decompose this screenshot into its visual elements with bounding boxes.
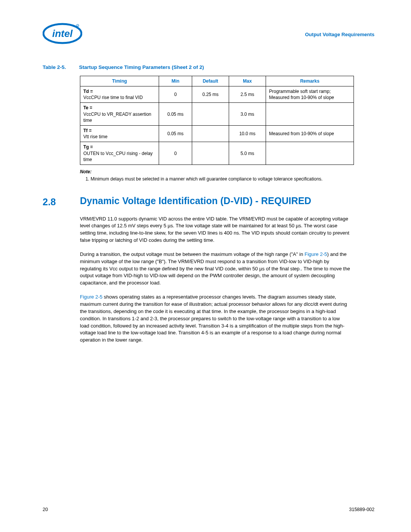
cell-default	[192, 142, 229, 165]
table-caption-text: Startup Sequence Timing Parameters (Shee…	[79, 64, 204, 70]
note-heading: Note:	[80, 169, 92, 174]
paragraph: During a transition, the output voltage …	[80, 251, 350, 287]
svg-text:intel: intel	[52, 28, 73, 39]
startup-timing-table: Timing Min Default Max Remarks Td =VccCP…	[80, 76, 354, 165]
paragraph: Figure 2-5 shows operating states as a r…	[80, 294, 350, 344]
figure-ref[interactable]: Figure 2-5	[80, 294, 102, 300]
cell-max: 3.0 ms	[229, 103, 266, 126]
col-max: Max	[229, 76, 266, 86]
cell-max: 10.0 ms	[229, 126, 266, 142]
table-note: Note: Minimum delays must be selected in…	[80, 169, 374, 182]
table-row: Te =VccCPU to VR_READY assertion time 0.…	[80, 103, 354, 126]
table-row: Td =VccCPU rise time to final VID 0 0.25…	[80, 86, 354, 103]
cell-default: 0.25 ms	[192, 86, 229, 103]
section-number: 2.8	[43, 195, 80, 209]
cell-timing: Te =VccCPU to VR_READY assertion time	[80, 103, 159, 126]
cell-timing: Tg =OUTEN to Vcc_CPU rising - delay time	[80, 142, 159, 165]
cell-default	[192, 103, 229, 126]
intel-logo: intel R	[43, 21, 82, 46]
page: intel R Output Voltage Requirements Tabl…	[0, 0, 411, 532]
doc-number: 315889-002	[349, 506, 374, 513]
cell-remarks	[266, 142, 354, 165]
col-timing: Timing	[80, 76, 159, 86]
section-title: Dynamic Voltage Identification (D-VID) -…	[80, 195, 311, 206]
table-header-row: Timing Min Default Max Remarks	[80, 76, 354, 86]
cell-min: 0	[159, 142, 192, 165]
table-row: Tg =OUTEN to Vcc_CPU rising - delay time…	[80, 142, 354, 165]
page-number: 20	[43, 506, 48, 513]
section-heading: 2.8 Dynamic Voltage Identification (D-VI…	[43, 195, 374, 209]
cell-remarks	[266, 103, 354, 126]
cell-min: 0.05 ms	[159, 126, 192, 142]
figure-ref[interactable]: Figure 2-5	[304, 251, 327, 257]
col-min: Min	[159, 76, 192, 86]
paragraph: VRM/EVRD 11.0 supports dynamic VID acros…	[80, 216, 350, 244]
running-title: Output Voltage Requirements	[305, 21, 375, 38]
cell-timing: Tf =Vtt rise time	[80, 126, 159, 142]
cell-max: 2.5 ms	[229, 86, 266, 103]
cell-min: 0.05 ms	[159, 103, 192, 126]
cell-remarks: Measured from 10-90% of slope	[266, 126, 354, 142]
table-row: Tf =Vtt rise time 0.05 ms 10.0 ms Measur…	[80, 126, 354, 142]
cell-default	[192, 126, 229, 142]
cell-timing: Td =VccCPU rise time to final VID	[80, 86, 159, 103]
cell-max: 5.0 ms	[229, 142, 266, 165]
cell-remarks: Programmable soft start ramp; Measured f…	[266, 86, 354, 103]
body-text: VRM/EVRD 11.0 supports dynamic VID acros…	[80, 216, 350, 344]
col-remarks: Remarks	[266, 76, 354, 86]
page-header: intel R Output Voltage Requirements	[43, 21, 374, 46]
table-caption: Table 2-5. Startup Sequence Timing Param…	[43, 64, 374, 71]
col-default: Default	[192, 76, 229, 86]
note-item: Minimum delays must be selected in a man…	[91, 176, 374, 182]
cell-min: 0	[159, 86, 192, 103]
table-number: Table 2-5.	[43, 64, 78, 71]
page-footer: 20 315889-002	[43, 506, 374, 513]
